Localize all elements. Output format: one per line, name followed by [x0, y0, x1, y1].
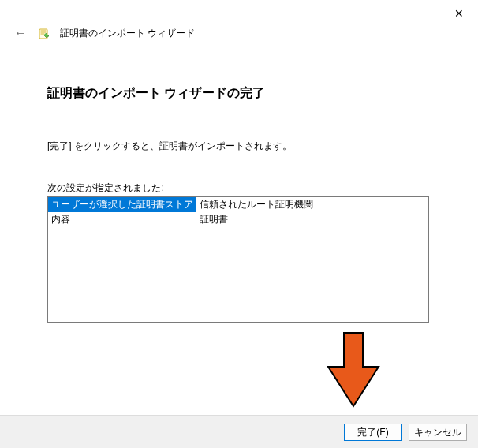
settings-listbox[interactable]: ユーザーが選択した証明書ストア信頼されたルート証明機関内容証明書 [47, 196, 429, 323]
attention-arrow-annotation [322, 331, 385, 413]
settings-value: 信頼されたルート証明機関 [196, 197, 428, 212]
settings-value: 証明書 [196, 212, 428, 227]
settings-key: ユーザーが選択した証明書ストア [48, 197, 196, 212]
wizard-header: ← 証明書のインポート ウィザード [0, 0, 478, 41]
finish-button[interactable]: 完了(F) [344, 424, 402, 441]
wizard-footer: 完了(F) キャンセル [0, 415, 478, 448]
page-heading: 証明書のインポート ウィザードの完了 [47, 85, 431, 102]
settings-key: 内容 [48, 212, 196, 227]
settings-table: ユーザーが選択した証明書ストア信頼されたルート証明機関内容証明書 [48, 197, 428, 227]
table-row[interactable]: ユーザーが選択した証明書ストア信頼されたルート証明機関 [48, 197, 428, 212]
certificate-wizard-icon [38, 27, 50, 39]
wizard-content: 証明書のインポート ウィザードの完了 [完了] をクリックすると、証明書がインポ… [0, 41, 478, 323]
settings-label: 次の設定が指定されました: [47, 181, 431, 195]
close-icon[interactable]: ✕ [450, 6, 469, 21]
table-row[interactable]: 内容証明書 [48, 212, 428, 227]
wizard-title: 証明書のインポート ウィザード [60, 27, 195, 40]
cancel-button[interactable]: キャンセル [409, 424, 467, 441]
instruction-text: [完了] をクリックすると、証明書がインポートされます。 [47, 140, 431, 153]
back-arrow-icon[interactable]: ← [13, 25, 28, 41]
